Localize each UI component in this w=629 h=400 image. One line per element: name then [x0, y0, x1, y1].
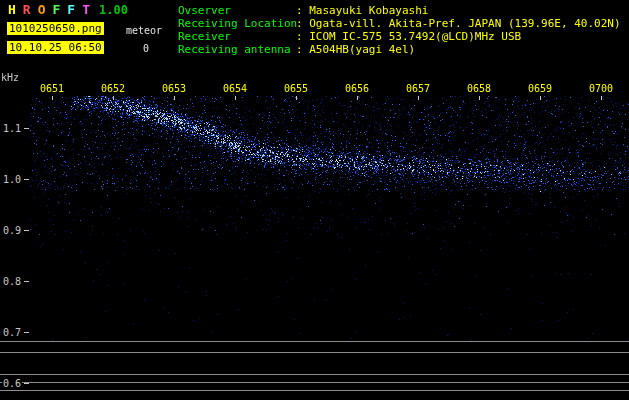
signal-level-gridline	[0, 382, 629, 383]
receiver-label: Receiver	[178, 30, 296, 43]
meteor-label: meteor	[126, 25, 162, 36]
signal-level-gridline	[0, 341, 629, 342]
colon: :	[296, 30, 309, 43]
freq-tick-label: 0.6	[2, 378, 22, 389]
receiving-location-label: Receiving Location	[178, 17, 296, 30]
logo-letter: F	[67, 2, 75, 17]
freq-tick-mark	[24, 128, 29, 129]
receiving-antenna-row: Receiving antenna: A504HB(yagi 4el)	[178, 43, 621, 56]
time-tick-label: 0657	[406, 83, 430, 94]
receiver-value: ICOM IC-575 53.7492(@LCD)MHz USB	[309, 30, 521, 43]
filename-label: 1010250650.png	[7, 22, 104, 35]
time-tick-mark	[174, 96, 175, 100]
time-tick-mark	[479, 96, 480, 100]
time-tick-mark	[113, 96, 114, 100]
time-tick-label: 0659	[528, 83, 552, 94]
receiving-antenna-label: Receiving antenna	[178, 43, 296, 56]
freq-tick-mark	[24, 281, 29, 282]
time-tick-label: 0653	[162, 83, 186, 94]
freq-tick-mark	[24, 383, 29, 384]
signal-level-gridline	[0, 352, 629, 353]
time-tick-mark	[357, 96, 358, 100]
time-tick-label: 0655	[284, 83, 308, 94]
logo-letter: F	[52, 2, 60, 17]
freq-tick-mark	[24, 179, 29, 180]
colon: :	[296, 17, 309, 30]
meteor-count: 0	[143, 43, 149, 54]
freq-tick-label: 1.1	[2, 123, 22, 134]
observer-label: Ovserver	[178, 4, 296, 17]
freq-tick-label: 1.0	[2, 174, 22, 185]
freq-tick-mark	[24, 332, 29, 333]
receiving-location-value: Ogata-vill. Akita-Pref. JAPAN (139.96E, …	[309, 17, 620, 30]
receiving-antenna-value: A504HB(yagi 4el)	[309, 43, 415, 56]
signal-level-gridline	[0, 390, 629, 391]
freq-axis: 1.11.00.90.80.70.6	[0, 0, 30, 400]
time-tick-label: 0654	[223, 83, 247, 94]
hrofft-screen: HROFFT1.00 1010250650.png meteor 10.10.2…	[0, 0, 629, 400]
app-logo-letters: HROFFT	[8, 2, 97, 17]
time-tick-mark	[52, 96, 53, 100]
logo-letter: R	[23, 2, 31, 17]
time-tick-mark	[418, 96, 419, 100]
app-version: 1.00	[99, 3, 128, 17]
time-tick-label: 0658	[467, 83, 491, 94]
freq-tick-label: 0.9	[2, 225, 22, 236]
time-tick-label: 0652	[101, 83, 125, 94]
time-tick-label: 0700	[589, 83, 613, 94]
logo-letter: O	[38, 2, 46, 17]
freq-tick-label: 0.8	[2, 276, 22, 287]
time-tick-mark	[601, 96, 602, 100]
timestamp-label: 10.10.25 06:50	[7, 41, 104, 54]
app-logo: HROFFT1.00	[8, 2, 128, 17]
freq-tick-label: 0.7	[2, 327, 22, 338]
time-tick-label: 0656	[345, 83, 369, 94]
time-tick-mark	[540, 96, 541, 100]
observer-value: Masayuki Kobayashi	[309, 4, 428, 17]
colon: :	[296, 43, 309, 56]
logo-letter: T	[82, 2, 90, 17]
freq-tick-mark	[24, 230, 29, 231]
logo-letter: H	[8, 2, 16, 17]
signal-level-gridline	[0, 374, 629, 375]
observation-info: Ovserver: Masayuki Kobayashi Receiving L…	[178, 4, 621, 56]
time-tick-mark	[235, 96, 236, 100]
observer-row: Ovserver: Masayuki Kobayashi	[178, 4, 621, 17]
signal-level-gridlines	[0, 0, 629, 400]
time-tick-label: 0651	[40, 83, 64, 94]
time-tick-mark	[296, 96, 297, 100]
receiving-location-row: Receiving Location: Ogata-vill. Akita-Pr…	[178, 17, 621, 30]
time-axis: 0651065206530654065506560657065806590700	[0, 83, 629, 101]
receiver-row: Receiver: ICOM IC-575 53.7492(@LCD)MHz U…	[178, 30, 621, 43]
colon: :	[296, 4, 309, 17]
